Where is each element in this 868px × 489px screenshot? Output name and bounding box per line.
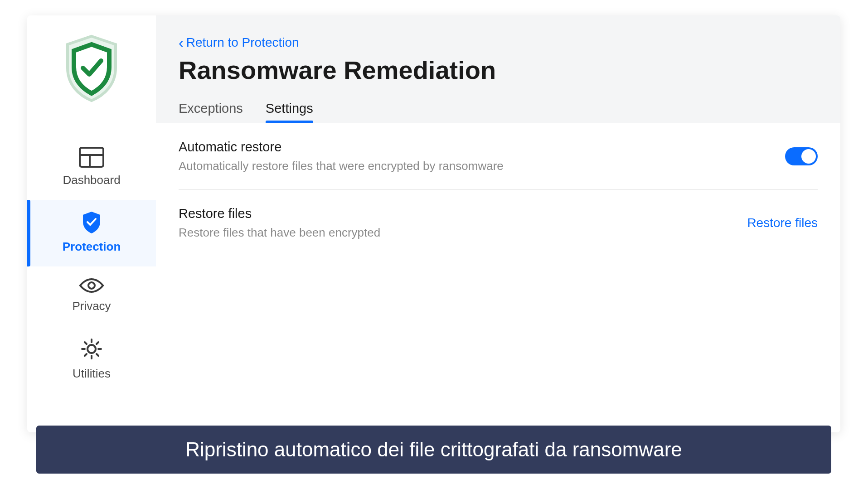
- app-window: Dashboard Protection P: [27, 15, 840, 474]
- setting-automatic-restore: Automatic restore Automatically restore …: [179, 123, 818, 190]
- shield-icon: [81, 211, 102, 234]
- setting-text: Automatic restore Automatically restore …: [179, 140, 785, 173]
- svg-point-3: [88, 282, 95, 289]
- setting-description: Restore files that have been encrypted: [179, 226, 733, 240]
- tab-exceptions[interactable]: Exceptions: [179, 97, 243, 123]
- app-shell: Dashboard Protection P: [27, 15, 840, 432]
- chevron-left-icon: ‹: [179, 35, 184, 50]
- setting-description: Automatically restore files that were en…: [179, 159, 785, 173]
- sidebar-item-utilities[interactable]: Utilities: [27, 326, 156, 393]
- setting-title: Automatic restore: [179, 140, 785, 155]
- main-panel: ‹ Return to Protection Ransomware Remedi…: [156, 15, 840, 432]
- sidebar-item-label: Privacy: [72, 299, 111, 313]
- back-link[interactable]: ‹ Return to Protection: [179, 35, 299, 50]
- svg-point-4: [87, 345, 96, 353]
- setting-restore-files: Restore files Restore files that have be…: [179, 190, 818, 256]
- automatic-restore-toggle[interactable]: [785, 147, 818, 165]
- tab-settings[interactable]: Settings: [266, 97, 313, 123]
- sidebar-item-dashboard[interactable]: Dashboard: [27, 136, 156, 200]
- sidebar: Dashboard Protection P: [27, 15, 156, 432]
- page-title: Ransomware Remediation: [179, 55, 818, 85]
- tabs: Exceptions Settings: [179, 97, 818, 123]
- settings-content: Automatic restore Automatically restore …: [156, 123, 840, 256]
- sidebar-item-label: Utilities: [73, 367, 111, 381]
- caption-overlay: Ripristino automatico dei file crittogra…: [36, 426, 831, 474]
- restore-files-link[interactable]: Restore files: [733, 216, 818, 230]
- back-link-label: Return to Protection: [186, 35, 299, 50]
- sidebar-item-privacy[interactable]: Privacy: [27, 266, 156, 326]
- setting-text: Restore files Restore files that have be…: [179, 206, 733, 240]
- sidebar-item-label: Dashboard: [63, 173, 120, 187]
- eye-icon: [78, 277, 105, 294]
- sidebar-item-protection[interactable]: Protection: [27, 200, 156, 266]
- svg-rect-0: [80, 148, 103, 167]
- setting-title: Restore files: [179, 206, 733, 221]
- gear-icon: [79, 337, 104, 361]
- page-header: ‹ Return to Protection Ransomware Remedi…: [156, 15, 840, 123]
- app-logo-icon: [62, 34, 121, 104]
- dashboard-icon: [79, 147, 104, 168]
- sidebar-item-label: Protection: [63, 240, 121, 254]
